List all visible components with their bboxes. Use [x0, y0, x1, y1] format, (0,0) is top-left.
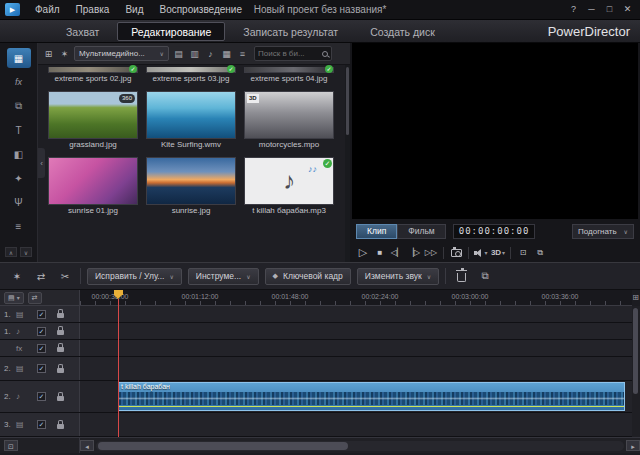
lock-icon[interactable] — [57, 313, 64, 318]
track-lane[interactable] — [80, 323, 632, 339]
track-header[interactable]: 1. ▤ ✓ — [0, 306, 80, 322]
volume-line[interactable] — [119, 406, 624, 407]
track-header[interactable]: 2. ♪ ✓ — [0, 381, 80, 412]
scrollbar-track[interactable] — [96, 441, 624, 451]
detail-view-icon[interactable]: ▥ — [188, 47, 201, 61]
edit-audio-button[interactable]: Изменить звук ∨ — [357, 268, 439, 285]
clip-mode-button[interactable]: Клип — [356, 224, 397, 239]
share-button[interactable]: ⧉ — [476, 268, 494, 284]
previous-frame-button[interactable]: ◁▏ — [389, 245, 405, 260]
volume-button[interactable]: ▾ — [473, 245, 489, 260]
track-header[interactable]: 1. ♪ ✓ — [0, 323, 80, 339]
track-header[interactable]: 2. ▤ ✓ — [0, 357, 80, 380]
voiceover-room-icon[interactable]: Ψ — [7, 192, 31, 212]
track-lane[interactable] — [80, 413, 632, 436]
tab-edit[interactable]: Редактирование — [117, 22, 225, 41]
track-lane[interactable]: t killah барабан — [80, 381, 632, 412]
grid-view-icon[interactable]: ▦ — [220, 47, 233, 61]
media-filter-dropdown[interactable]: Мультимедийно... ∨ — [74, 46, 169, 61]
library-item[interactable]: ✓ extreme sports 03.jpg — [146, 67, 236, 85]
tab-produce[interactable]: Записать результат — [229, 22, 352, 41]
tracks-vertical-scrollbar[interactable] — [632, 306, 640, 437]
stop-button[interactable]: ■ — [372, 245, 388, 260]
rooms-scroll-down-button[interactable]: ∨ — [20, 247, 32, 257]
pip-objects-room-icon[interactable]: ⧉ — [7, 96, 31, 116]
transition-room-icon[interactable]: ◧ — [7, 144, 31, 164]
import-media-icon[interactable]: ⊞ — [42, 47, 55, 61]
audio-clip[interactable]: t killah барабан — [118, 382, 625, 411]
detach-preview-button[interactable]: ⧉ — [532, 245, 548, 260]
timecode-display[interactable]: 00:00:00:00 — [453, 224, 536, 239]
delete-button[interactable] — [452, 268, 470, 284]
fit-dropdown[interactable]: Подогнать ∨ — [572, 224, 634, 239]
track-enable-checkbox[interactable]: ✓ — [37, 327, 46, 336]
scrollbar-thumb[interactable] — [98, 442, 348, 450]
fullscreen-button[interactable]: ⊡ — [515, 245, 531, 260]
library-item[interactable]: Kite Surfing.wmv — [146, 91, 236, 151]
minimize-button[interactable]: ─ — [583, 2, 600, 17]
lock-icon[interactable] — [57, 424, 64, 429]
lock-icon[interactable] — [57, 368, 64, 373]
library-item[interactable]: sunrise 01.jpg — [48, 157, 138, 217]
magic-wand-icon[interactable]: ✶ — [58, 47, 71, 61]
magic-tools-icon[interactable]: ✶ — [8, 268, 26, 284]
movie-mode-button[interactable]: Фильм — [397, 224, 445, 239]
lock-icon[interactable] — [57, 347, 64, 352]
fast-forward-button[interactable]: ▷▷ — [423, 245, 439, 260]
effect-room-icon[interactable]: fx — [7, 72, 31, 92]
title-room-icon[interactable]: T — [7, 120, 31, 140]
timeline-ruler[interactable]: 00:00:36:00 00:01:12:00 00:01:48:00 00:0… — [80, 290, 632, 306]
scroll-right-button[interactable]: ▸ — [626, 440, 640, 451]
3d-mode-button[interactable]: 3D ▾ — [490, 245, 506, 260]
library-item[interactable]: ✓ extreme sports 04.jpg — [244, 67, 334, 85]
crossfade-tool-icon[interactable]: ⇄ — [32, 268, 50, 284]
timeline-zoom-button[interactable]: ⊡ — [4, 440, 18, 451]
track-enable-checkbox[interactable]: ✓ — [37, 310, 46, 319]
library-menu-icon[interactable]: ≡ — [236, 47, 249, 61]
scrollbar-thumb[interactable] — [633, 308, 638, 394]
tools-button[interactable]: Инструме... ∨ — [188, 268, 259, 285]
preview-video-area[interactable] — [352, 43, 638, 219]
playhead[interactable] — [114, 290, 123, 437]
scrollbar-thumb[interactable] — [346, 67, 349, 135]
library-item[interactable]: 360 grassland.jpg — [48, 91, 138, 151]
help-button[interactable]: ? — [565, 2, 582, 17]
tab-capture[interactable]: Захват — [52, 22, 113, 41]
snapshot-button[interactable] — [448, 245, 464, 260]
menu-playback[interactable]: Воспроизведение — [151, 0, 250, 20]
track-enable-checkbox[interactable]: ✓ — [37, 420, 46, 429]
media-room-icon[interactable]: ▦ — [7, 48, 31, 68]
search-input[interactable] — [258, 49, 320, 58]
menu-file[interactable]: Файл — [27, 0, 68, 20]
range-select-button[interactable]: ⇄ — [28, 292, 42, 304]
track-lane[interactable] — [80, 340, 632, 356]
library-item[interactable]: sunrise.jpg — [146, 157, 236, 217]
scroll-left-button[interactable]: ◂ — [80, 440, 94, 451]
maximize-button[interactable]: □ — [601, 2, 618, 17]
add-track-button[interactable]: ⊞ — [631, 292, 640, 304]
menu-view[interactable]: Вид — [117, 0, 151, 20]
library-item[interactable]: ♪ ♪♪ ✓ t killah барабан.mp3 — [244, 157, 334, 217]
play-button[interactable]: ▷ — [355, 245, 371, 260]
track-lane[interactable] — [80, 306, 632, 322]
lock-icon[interactable] — [57, 396, 64, 401]
particle-room-icon[interactable]: ✦ — [7, 168, 31, 188]
track-enable-checkbox[interactable]: ✓ — [37, 344, 46, 353]
menu-edit[interactable]: Правка — [68, 0, 118, 20]
library-item[interactable]: ✓ extreme sports 02.jpg — [48, 67, 138, 85]
track-enable-checkbox[interactable]: ✓ — [37, 392, 46, 401]
lock-icon[interactable] — [57, 330, 64, 335]
split-scissors-icon[interactable]: ✂ — [56, 268, 74, 284]
next-frame-button[interactable]: ▕▷ — [406, 245, 422, 260]
close-button[interactable]: ✕ — [619, 2, 636, 17]
keyframe-button[interactable]: ◆ Ключевой кадр — [265, 268, 351, 285]
track-header[interactable]: 3. ▤ ✓ — [0, 413, 80, 436]
track-enable-checkbox[interactable]: ✓ — [37, 364, 46, 373]
fix-enhance-button[interactable]: Исправить / Улу... ∨ — [87, 268, 182, 285]
track-lane[interactable] — [80, 357, 632, 380]
subtitle-room-icon[interactable]: ≡ — [7, 216, 31, 236]
collapse-panel-handle[interactable]: ‹ — [38, 148, 45, 178]
rooms-scroll-up-button[interactable]: ∧ — [5, 247, 17, 257]
library-item[interactable]: 3D motorcycles.mpo — [244, 91, 334, 151]
tab-create-disc[interactable]: Создать диск — [356, 22, 449, 41]
